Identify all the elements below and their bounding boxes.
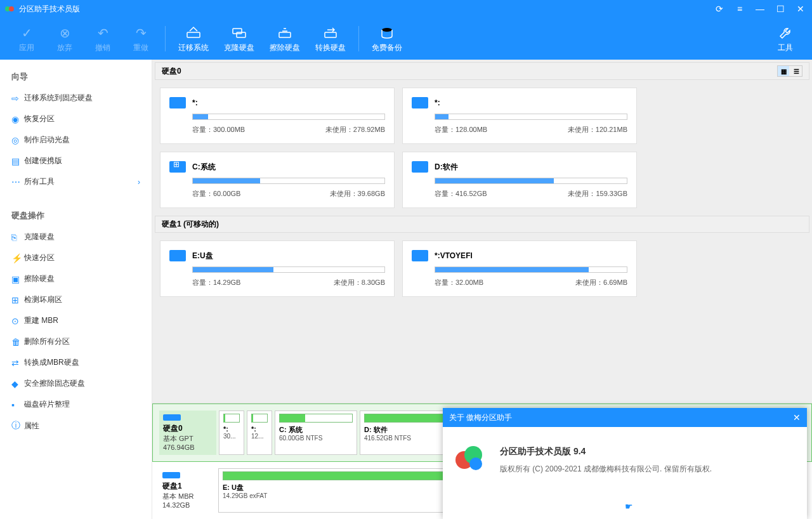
side-label: 属性 <box>24 421 140 431</box>
map-usage-bar <box>251 414 268 423</box>
undo-button[interactable]: ↶撤销 <box>84 22 122 56</box>
sidebar-item[interactable]: ⇄转换成MBR硬盘 <box>0 352 152 373</box>
side-label: 转换成MBR硬盘 <box>24 357 140 368</box>
disk0-header: 硬盘0 ▦☰ <box>155 62 809 80</box>
apply-button[interactable]: ✓应用 <box>8 22 46 56</box>
capacity-label: 容量：128.00MB <box>435 125 487 135</box>
view-toggle[interactable]: ▦☰ <box>777 65 802 77</box>
sidebar-item[interactable]: ⊙重建 MBR <box>0 310 152 331</box>
side-label: 制作启动光盘 <box>24 135 140 145</box>
usage-bar <box>435 178 627 184</box>
free-label: 未使用：278.92MB <box>325 125 385 135</box>
free-label: 未使用：8.30GB <box>334 278 385 287</box>
svg-rect-3 <box>279 32 291 37</box>
backup-button[interactable]: 免费备份 <box>364 22 410 56</box>
wizard-header: 向导 <box>0 66 152 88</box>
capacity-label: 容量：300.00MB <box>192 125 245 135</box>
side-icon: ⊙ <box>11 316 24 326</box>
partition-card[interactable]: *:VTOYEFI容量：32.00MB未使用：6.69MB <box>402 240 637 297</box>
sidebar-item[interactable]: ⓘ属性 <box>0 415 152 437</box>
drive-icon <box>412 97 428 108</box>
menu-icon[interactable]: ≡ <box>733 4 746 14</box>
free-label: 未使用：39.68GB <box>330 189 385 199</box>
window-controls: ⟳ ≡ — ☐ ✕ <box>713 4 807 14</box>
sidebar-item[interactable]: ⋯所有工具› <box>0 171 152 192</box>
migrate-button[interactable]: 迁移系统 <box>171 22 216 56</box>
sidebar-item[interactable]: ⚡快速分区 <box>0 247 152 268</box>
side-label: 磁盘碎片整理 <box>24 399 140 410</box>
partition-name: C:系统 <box>192 162 216 173</box>
discard-button[interactable]: ⊗放弃 <box>46 22 84 56</box>
wipe-button[interactable]: 擦除硬盘 <box>262 22 308 56</box>
sidebar-item[interactable]: ◆安全擦除固态硬盘 <box>0 373 152 394</box>
usage-bar <box>192 114 385 120</box>
map-partition[interactable]: C: 系统60.00GB NTFS <box>275 411 357 455</box>
side-icon: ⇄ <box>11 358 24 368</box>
sidebar-item[interactable]: ◎制作启动光盘 <box>0 129 152 150</box>
side-icon: ⓘ <box>11 420 24 431</box>
wipe-icon <box>277 25 292 41</box>
side-icon: ◆ <box>11 379 24 389</box>
close-icon[interactable]: ✕ <box>794 4 807 14</box>
sidebar-item[interactable]: ⊞检测坏扇区 <box>0 289 152 310</box>
side-label: 创建便携版 <box>24 155 140 166</box>
partition-card[interactable]: D:软件容量：416.52GB未使用：159.33GB <box>402 152 637 208</box>
sidebar-item[interactable]: ▤创建便携版 <box>0 150 152 171</box>
partition-card[interactable]: *:容量：300.00MB未使用：278.92MB <box>160 88 395 144</box>
sidebar-item[interactable]: ◉恢复分区 <box>0 108 152 129</box>
cancel-icon: ⊗ <box>60 25 70 41</box>
refresh-icon[interactable]: ⟳ <box>713 4 726 14</box>
side-label: 检测坏扇区 <box>24 294 140 305</box>
svg-rect-2 <box>237 32 246 37</box>
map-partition[interactable]: *:30... <box>219 411 244 455</box>
diskop-header: 硬盘操作 <box>0 205 152 227</box>
disk0-label: 硬盘0 基本 GPT 476.94GB <box>159 411 216 455</box>
side-label: 重建 MBR <box>24 315 140 326</box>
about-link-icon[interactable]: ☛ <box>625 501 633 511</box>
drive-icon <box>169 161 186 173</box>
chevron-right-icon: › <box>138 178 140 187</box>
app-logo-icon <box>5 4 15 14</box>
side-label: 迁移系统到固态硬盘 <box>24 93 140 103</box>
maximize-icon[interactable]: ☐ <box>774 4 787 14</box>
about-logo-icon <box>455 446 487 478</box>
sidebar-item[interactable]: ⇨迁移系统到固态硬盘 <box>0 88 152 108</box>
map-partition[interactable]: *:12... <box>247 411 272 455</box>
sidebar-item[interactable]: ⎘克隆硬盘 <box>0 227 152 247</box>
partition-name: E:U盘 <box>192 251 213 261</box>
about-close-icon[interactable]: ✕ <box>793 412 801 423</box>
usage-bar <box>192 178 385 184</box>
sidebar-item[interactable]: 🗑删除所有分区 <box>0 331 152 352</box>
side-icon: ⚡ <box>11 253 24 263</box>
partition-card[interactable]: *:容量：128.00MB未使用：120.21MB <box>402 88 637 144</box>
clone-button[interactable]: 克隆硬盘 <box>216 22 262 56</box>
side-label: 克隆硬盘 <box>24 232 140 242</box>
svg-rect-4 <box>325 32 336 37</box>
partition-name: *: <box>435 98 440 107</box>
usage-bar <box>192 266 385 273</box>
usage-bar <box>435 266 627 273</box>
undo-icon: ↶ <box>98 25 108 41</box>
map-part-size: 60.00GB NTFS <box>279 435 353 442</box>
side-label: 安全擦除固态硬盘 <box>24 378 140 389</box>
redo-button[interactable]: ↷重做 <box>122 22 160 56</box>
sidebar-item[interactable]: ▪磁盘碎片整理 <box>0 394 152 415</box>
map-part-size: 30... <box>223 433 240 440</box>
partition-name: *: <box>192 98 198 107</box>
partition-card[interactable]: C:系统容量：60.00GB未使用：39.68GB <box>160 152 395 208</box>
side-label: 所有工具 <box>24 176 138 187</box>
partition-card[interactable]: E:U盘容量：14.29GB未使用：8.30GB <box>160 240 395 297</box>
side-label: 擦除硬盘 <box>24 273 140 284</box>
tools-button[interactable]: 工具 <box>766 22 804 56</box>
sidebar-item[interactable]: ▣擦除硬盘 <box>0 268 152 289</box>
migrate-icon <box>186 25 201 41</box>
disk1-header: 硬盘1 (可移动的) <box>155 216 809 233</box>
minimize-icon[interactable]: — <box>754 4 766 14</box>
drive-icon <box>412 250 428 261</box>
backup-icon <box>379 25 395 41</box>
side-label: 删除所有分区 <box>24 336 140 347</box>
map-usage-bar <box>223 414 240 423</box>
side-label: 快速分区 <box>24 253 140 263</box>
convert-button[interactable]: 转换硬盘 <box>308 22 353 56</box>
partition-name: D:软件 <box>435 162 458 173</box>
